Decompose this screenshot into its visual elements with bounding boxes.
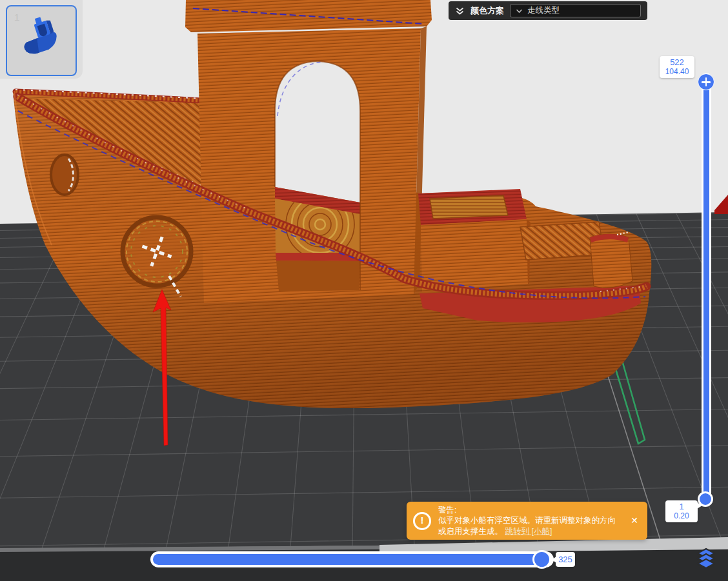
stern-cabin-box bbox=[418, 189, 531, 291]
plus-icon bbox=[705, 77, 707, 86]
color-scheme-label: 颜色方案 bbox=[470, 5, 504, 17]
close-icon[interactable]: ✕ bbox=[628, 514, 641, 527]
slicer-preview-window: 1 颜色方案 走线类型 bbox=[0, 0, 728, 581]
layer-upper-height: 104.40 bbox=[662, 67, 692, 77]
layer-slider-track[interactable] bbox=[702, 73, 711, 502]
layer-upper-value: 522 bbox=[662, 57, 692, 67]
stern-box-front bbox=[421, 219, 528, 291]
warning-message: 警告: 似乎对象小船有浮空区域。请重新调整对象的方向 或启用支撑生成。 跳转到 … bbox=[438, 505, 623, 537]
layer-slider-fill bbox=[703, 75, 709, 500]
stern-post bbox=[590, 234, 632, 288]
layer-lower-value: 1 bbox=[668, 502, 695, 511]
cockpit-front-wall bbox=[276, 261, 360, 291]
layers-icon bbox=[695, 547, 717, 573]
layer-lower-height: 0.20 bbox=[668, 511, 695, 521]
dropdown-chevron-icon bbox=[516, 8, 523, 14]
line-type-value: 走线类型 bbox=[527, 5, 560, 16]
stern-box-hatch bbox=[430, 195, 508, 219]
viewport-3d[interactable] bbox=[0, 0, 728, 581]
scene-canvas bbox=[0, 0, 728, 581]
layers-panel-button[interactable] bbox=[692, 545, 720, 575]
arch-window-opening bbox=[275, 61, 360, 202]
warning-title: 警告: bbox=[438, 505, 623, 516]
color-scheme-toolbar: 颜色方案 走线类型 bbox=[449, 1, 647, 20]
warning-toast: ! 警告: 似乎对象小船有浮空区域。请重新调整对象的方向 或启用支撑生成。 跳转… bbox=[407, 502, 647, 540]
step-slider-handle[interactable] bbox=[532, 550, 551, 569]
warning-line1: 似乎对象小船有浮空区域。请重新调整对象的方向 bbox=[438, 515, 623, 526]
jump-to-object-link[interactable]: 跳转到 [小船] bbox=[505, 527, 552, 536]
hawse-hole bbox=[51, 155, 78, 195]
collapse-double-chevron-icon[interactable] bbox=[455, 6, 465, 15]
layer-slider-upper-handle[interactable] bbox=[698, 74, 714, 90]
step-slider-fill bbox=[153, 554, 541, 565]
plate-thumbnail[interactable]: 1 bbox=[6, 5, 77, 76]
layer-lower-tooltip: 1 0.20 bbox=[665, 500, 698, 522]
warning-line2: 或启用支撑生成。 跳转到 [小船] bbox=[438, 526, 623, 537]
line-type-dropdown[interactable]: 走线类型 bbox=[510, 4, 641, 17]
warning-icon: ! bbox=[413, 512, 431, 530]
step-slider-track[interactable] bbox=[150, 551, 554, 567]
layer-upper-tooltip: 522 104.40 bbox=[660, 56, 694, 78]
plate-thumbnail-panel: 1 bbox=[0, 0, 83, 79]
cabin bbox=[185, 0, 432, 303]
step-value-badge: 325 bbox=[556, 552, 575, 567]
plate-model-icon bbox=[16, 17, 66, 63]
